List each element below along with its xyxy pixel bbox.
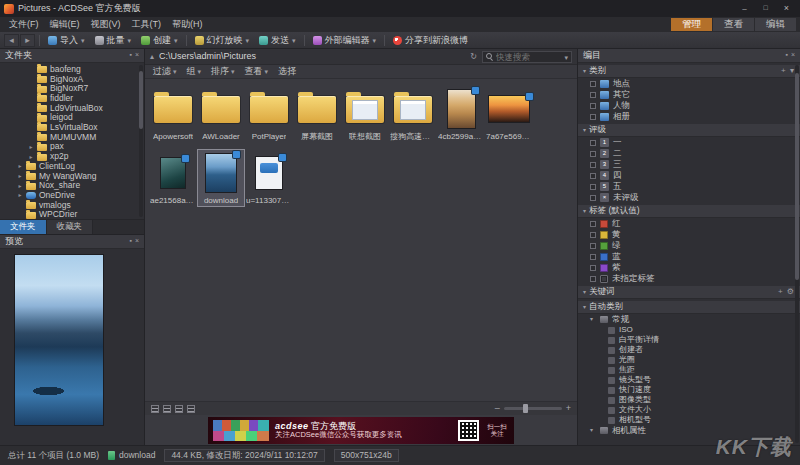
back-button[interactable]: [4, 34, 19, 47]
checkbox[interactable]: [590, 221, 596, 227]
refresh-icon[interactable]: [470, 52, 477, 61]
folder-tree-item[interactable]: ▸ pax: [0, 143, 144, 153]
catalog-item[interactable]: 快门速度: [578, 385, 800, 395]
file-thumbnail[interactable]: AWLoader: [197, 85, 245, 143]
expander-icon[interactable]: ▸: [17, 183, 23, 190]
file-thumbnail[interactable]: PotPlayer: [245, 85, 293, 143]
file-thumbnail[interactable]: 屏幕截图: [293, 85, 341, 143]
catalog-item[interactable]: 3 三: [578, 159, 800, 170]
maximize-button[interactable]: [756, 2, 775, 15]
catalog-item[interactable]: × 未评级: [578, 192, 800, 203]
file-thumbnail[interactable]: 4cb2599a0...: [437, 85, 485, 143]
catalog-section-header[interactable]: 评级: [578, 124, 800, 137]
file-thumbnail[interactable]: 搜狗高速浏...: [389, 85, 437, 143]
expander-icon[interactable]: ▸: [17, 173, 23, 180]
expander-icon[interactable]: ▸: [17, 192, 23, 199]
section-tools-icons[interactable]: + ▾: [781, 66, 795, 75]
catalog-item[interactable]: 1 一: [578, 137, 800, 148]
catalog-item[interactable]: 5 五: [578, 181, 800, 192]
zoom-slider[interactable]: [504, 407, 562, 410]
zoom-slider-handle[interactable]: [523, 404, 528, 413]
checkbox[interactable]: [590, 151, 596, 157]
pin-icon[interactable]: ▪: [129, 51, 131, 59]
catalog-item[interactable]: 黄: [578, 229, 800, 240]
menu-item[interactable]: 视图(V): [86, 18, 126, 30]
mode-tab[interactable]: 查看: [713, 18, 754, 31]
toolbar-button[interactable]: 创建: [136, 34, 183, 46]
catalog-item[interactable]: 人物: [578, 100, 800, 111]
expander-icon[interactable]: ▸: [28, 144, 34, 151]
collapse-icon[interactable]: [583, 302, 586, 312]
catalog-item[interactable]: 镜头型号: [578, 375, 800, 385]
folder-tree-item[interactable]: MUMUVMM: [0, 133, 144, 143]
folder-tree-item[interactable]: ▸ OneDrive: [0, 191, 144, 201]
catalog-item[interactable]: 红: [578, 218, 800, 229]
toolbar-button[interactable]: 分享到新浪微博: [388, 34, 473, 46]
section-tools-icons[interactable]: + ⚙: [778, 287, 795, 296]
catalog-item[interactable]: 紫: [578, 262, 800, 273]
catalog-item[interactable]: 图像类型: [578, 395, 800, 405]
address-path[interactable]: C:\Users\admin\Pictures: [159, 51, 465, 61]
filter-button[interactable]: 查看: [245, 66, 269, 76]
checkbox[interactable]: [590, 92, 596, 98]
file-thumbnail[interactable]: download: [197, 149, 245, 207]
catalog-item[interactable]: 相机属性: [578, 425, 800, 436]
file-thumbnail[interactable]: u=1133077...: [245, 149, 293, 207]
file-thumbnail[interactable]: Apowersoft: [149, 85, 197, 143]
view-mode-icon[interactable]: [187, 405, 195, 413]
catalog-item[interactable]: 常规: [578, 314, 800, 325]
toolbar-button[interactable]: 外部编辑器: [308, 34, 382, 46]
close-panel-icon[interactable]: ×: [791, 51, 795, 59]
minimize-button[interactable]: [735, 2, 754, 15]
collapse-icon[interactable]: [583, 287, 586, 297]
close-panel-icon[interactable]: ×: [135, 237, 139, 245]
filter-button[interactable]: 排序: [211, 66, 235, 76]
pin-icon[interactable]: ▪: [785, 51, 787, 59]
catalog-item[interactable]: 光圈: [578, 355, 800, 365]
catalog-item[interactable]: 焦距: [578, 365, 800, 375]
checkbox[interactable]: [590, 184, 596, 190]
view-mode-icon[interactable]: [175, 405, 183, 413]
collapse-icon[interactable]: [583, 206, 586, 216]
catalog-item[interactable]: 蓝: [578, 251, 800, 262]
checkbox[interactable]: [590, 140, 596, 146]
scrollbar[interactable]: [139, 65, 143, 217]
zoom-in-button[interactable]: [566, 403, 571, 413]
catalog-item[interactable]: 绿: [578, 240, 800, 251]
menu-item[interactable]: 工具(T): [127, 18, 167, 30]
file-thumbnail[interactable]: 联想截图: [341, 85, 389, 143]
checkbox[interactable]: [590, 243, 596, 249]
view-mode-icon[interactable]: [151, 405, 159, 413]
quick-search-box[interactable]: [482, 51, 572, 63]
menu-item[interactable]: 文件(F): [4, 18, 44, 30]
catalog-item[interactable]: ISO: [578, 325, 800, 335]
checkbox[interactable]: [590, 232, 596, 238]
folder-up-icon[interactable]: [150, 52, 154, 61]
search-input[interactable]: [496, 52, 561, 62]
expander-icon[interactable]: ▸: [28, 154, 34, 161]
catalog-item[interactable]: 相机型号: [578, 415, 800, 425]
filter-button[interactable]: 组: [187, 66, 202, 76]
mode-tab[interactable]: 编辑: [755, 18, 796, 31]
file-thumbnail[interactable]: 7a67e5694...: [485, 85, 533, 143]
toolbar-button[interactable]: 批量: [90, 34, 137, 46]
checkbox[interactable]: [590, 81, 596, 87]
toolbar-button[interactable]: 幻灯放映: [190, 34, 255, 46]
filter-button[interactable]: 过滤: [153, 66, 177, 76]
forward-button[interactable]: [20, 34, 35, 47]
catalog-section-header[interactable]: 自动类别: [578, 301, 800, 314]
mode-tab[interactable]: 管理: [671, 18, 712, 31]
checkbox[interactable]: [590, 254, 596, 260]
checkbox[interactable]: [590, 195, 596, 201]
catalog-item[interactable]: 文件大小: [578, 405, 800, 415]
catalog-item[interactable]: 未指定标签: [578, 273, 800, 284]
catalog-item[interactable]: 相册: [578, 111, 800, 122]
checkbox[interactable]: [590, 103, 596, 109]
select-button[interactable]: 选择: [278, 66, 296, 76]
close-panel-icon[interactable]: ×: [135, 51, 139, 59]
preview-image[interactable]: [15, 255, 103, 425]
checkbox[interactable]: [590, 276, 596, 282]
catalog-section-header[interactable]: 标签 (默认值): [578, 205, 800, 218]
checkbox[interactable]: [590, 173, 596, 179]
panel-tab[interactable]: 文件夹: [0, 220, 47, 234]
